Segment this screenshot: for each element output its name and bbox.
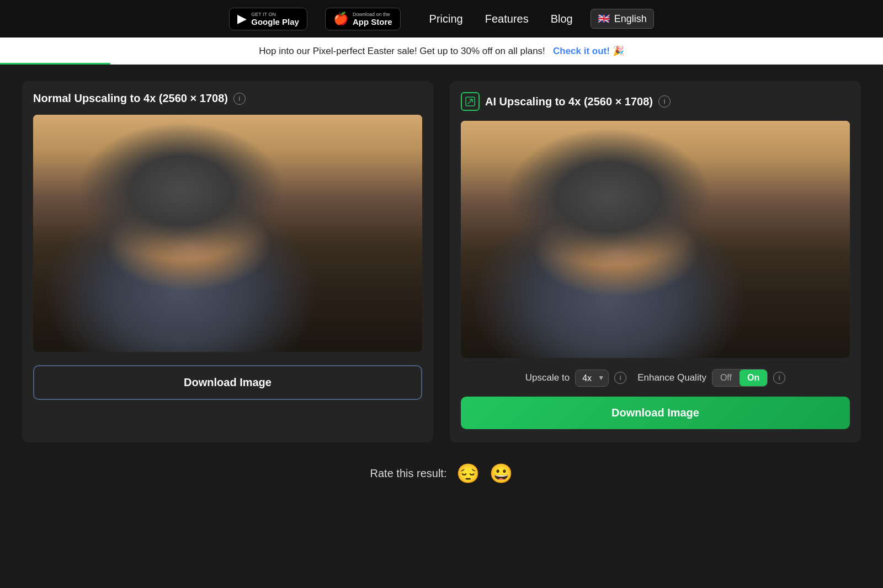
- banner-progress-bar: [0, 63, 110, 65]
- apple-icon: 🍎: [333, 13, 348, 25]
- normal-image: [33, 115, 422, 352]
- left-info-icon[interactable]: i: [233, 93, 246, 105]
- blog-link[interactable]: Blog: [551, 13, 573, 25]
- ai-upscaling-panel: AI Upscaling to 4x (2560 × 1708) i Upsca…: [450, 81, 861, 442]
- happy-rating-button[interactable]: 😀: [490, 462, 513, 484]
- left-panel-header: Normal Upscaling to 4x (2560 × 1708) i: [33, 92, 422, 105]
- toggle-off-label[interactable]: Off: [712, 370, 740, 386]
- normal-upscaling-panel: Normal Upscaling to 4x (2560 × 1708) i D…: [22, 81, 433, 442]
- left-download-area: Download Image: [33, 365, 422, 400]
- right-download-area: Download Image: [461, 397, 850, 429]
- enhance-info-icon[interactable]: i: [773, 372, 785, 384]
- banner-emoji: 🎉: [613, 46, 624, 56]
- enhance-quality-label: Enhance Quality: [637, 372, 706, 383]
- google-play-label: Google Play: [251, 17, 299, 26]
- enhance-quality-control-group: Enhance Quality Off On i: [637, 369, 785, 387]
- right-panel-title: AI Upscaling to 4x (2560 × 1708): [485, 95, 653, 108]
- ai-image-overlay: [461, 121, 850, 358]
- language-selector[interactable]: 🇬🇧 English: [591, 9, 654, 29]
- right-panel-header: AI Upscaling to 4x (2560 × 1708) i: [461, 92, 850, 111]
- top-navigation: ▶ GET IT ON Google Play 🍎 Download on th…: [0, 0, 883, 38]
- banner-cta[interactable]: Check it out! 🎉: [553, 46, 624, 56]
- scale-select[interactable]: 2x 4x 8x: [575, 370, 609, 387]
- left-panel-title: Normal Upscaling to 4x (2560 × 1708): [33, 92, 228, 105]
- banner-text: Hop into our Pixel-perfect Easter sale! …: [259, 46, 545, 56]
- normal-image-overlay: [33, 115, 422, 352]
- ai-download-button[interactable]: Download Image: [461, 397, 850, 429]
- pricing-link[interactable]: Pricing: [429, 13, 463, 25]
- language-label: English: [614, 13, 647, 25]
- app-store-label: App Store: [353, 17, 392, 26]
- comparison-container: Normal Upscaling to 4x (2560 × 1708) i D…: [22, 81, 861, 442]
- upscale-info-icon[interactable]: i: [614, 372, 626, 384]
- nav-links: Pricing Features Blog: [429, 13, 573, 25]
- enhance-quality-toggle[interactable]: Off On: [712, 369, 768, 387]
- google-play-button[interactable]: ▶ GET IT ON Google Play: [229, 8, 307, 30]
- features-link[interactable]: Features: [485, 13, 529, 25]
- google-play-icon: ▶: [237, 13, 247, 25]
- upscale-to-label: Upscale to: [525, 372, 570, 383]
- main-content: Normal Upscaling to 4x (2560 × 1708) i D…: [0, 65, 883, 506]
- controls-row: Upscale to 2x 4x 8x ▼ i Enhance Quality: [461, 369, 850, 387]
- right-info-icon[interactable]: i: [658, 95, 671, 108]
- toggle-on-label[interactable]: On: [740, 370, 767, 386]
- upscale-control-group: Upscale to 2x 4x 8x ▼ i: [525, 370, 626, 387]
- ai-image-container: [461, 121, 850, 358]
- app-store-sublabel: Download on the: [353, 12, 392, 17]
- ai-image: [461, 121, 850, 358]
- rating-section: Rate this result: 😔 😀: [22, 462, 861, 484]
- app-store-button[interactable]: 🍎 Download on the App Store: [325, 8, 401, 30]
- promo-banner: Hop into our Pixel-perfect Easter sale! …: [0, 38, 883, 65]
- sad-rating-button[interactable]: 😔: [456, 462, 480, 484]
- normal-image-container: [33, 115, 422, 352]
- rating-label: Rate this result:: [370, 467, 447, 480]
- flag-icon: 🇬🇧: [598, 13, 610, 25]
- google-play-sublabel: GET IT ON: [251, 12, 299, 17]
- left-download-button[interactable]: Download Image: [33, 365, 422, 400]
- ai-upscaling-icon: [461, 92, 480, 111]
- scale-select-wrapper: 2x 4x 8x ▼: [575, 370, 609, 387]
